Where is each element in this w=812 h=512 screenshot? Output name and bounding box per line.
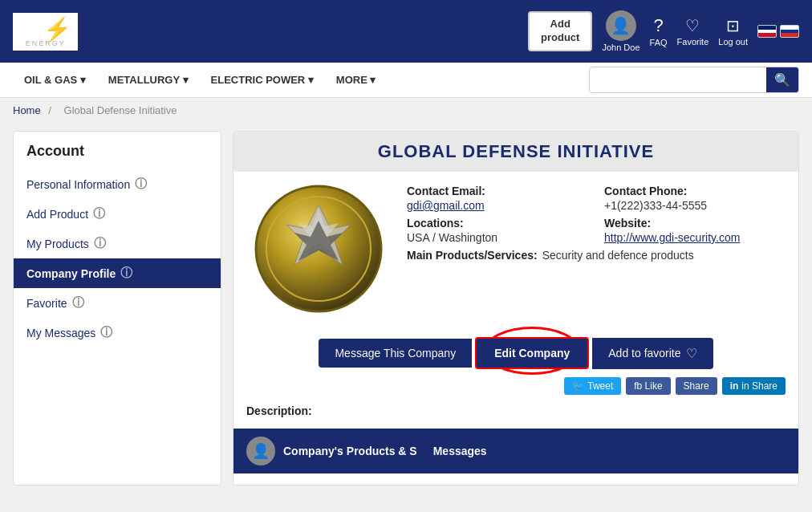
linkedin-share-label: in Share: [741, 380, 777, 392]
help-icon-add-product: ⓘ: [93, 206, 105, 221]
contact-phone-label: Contact Phone:: [604, 185, 786, 197]
question-icon: ?: [653, 15, 663, 36]
contact-phone-value: +1(222)333-44-5555: [604, 199, 786, 212]
company-body: Contact Email: gdi@gmail.com Contact Pho…: [233, 172, 798, 326]
breadcrumb-current: Global Defense Initiative: [64, 104, 177, 116]
uk-flag[interactable]: [757, 25, 777, 38]
website-block: Website: http://www.gdi-security.com: [604, 217, 786, 244]
add-to-favorite-button[interactable]: Add to favorite ♡: [592, 338, 713, 369]
sidebar: Account Personal Information ⓘ Add Produ…: [13, 131, 221, 486]
sidebar-my-messages-label: My Messages: [26, 327, 95, 339]
sidebar-item-add-product[interactable]: Add Product ⓘ: [14, 199, 221, 229]
contact-phone-block: Contact Phone: +1(222)333-44-5555: [604, 185, 786, 212]
header-actions: Add product 👤 John Doe ? FAQ ♡ Favorite …: [528, 10, 799, 52]
main-products-label: Main Products/Services:: [407, 249, 538, 262]
favorite-group[interactable]: ♡ Favorite: [677, 16, 709, 47]
main-products-block: Main Products/Services: Security and def…: [407, 249, 786, 262]
edit-button-wrapper: Edit Company: [472, 337, 592, 369]
user-profile-group[interactable]: 👤 John Doe: [602, 10, 639, 52]
logo-ama-text: AMA: [19, 22, 43, 35]
linkedin-icon: in: [730, 380, 739, 392]
ru-flag[interactable]: [780, 25, 799, 38]
description-label: Description:: [233, 398, 798, 417]
language-flags[interactable]: [757, 25, 799, 38]
sidebar-favorite-label: Favorite: [26, 297, 67, 310]
nav-oil-gas[interactable]: OIL & GAS ▾: [13, 64, 97, 95]
logo[interactable]: AMA ⚡ ENERGY: [13, 13, 78, 51]
company-logo-svg: [254, 185, 383, 313]
user-name: John Doe: [602, 43, 639, 52]
breadcrumb-separator: /: [48, 104, 51, 116]
linkedin-share-button[interactable]: in in Share: [722, 377, 786, 395]
faq-label: FAQ: [650, 38, 668, 47]
help-icon-my-messages: ⓘ: [100, 325, 112, 340]
company-title: GLOBAL DEFENSE INITIATIVE: [233, 132, 798, 172]
avatar: 👤: [606, 10, 636, 41]
website-value[interactable]: http://www.gdi-security.com: [604, 231, 786, 244]
logout-group[interactable]: ⊡ Log out: [718, 16, 748, 47]
nav-more[interactable]: MORE ▾: [325, 64, 388, 95]
sidebar-add-product-label: Add Product: [26, 208, 88, 221]
sidebar-personal-info-label: Personal Information: [26, 178, 130, 191]
sidebar-item-my-messages[interactable]: My Messages ⓘ: [14, 318, 221, 347]
search-button[interactable]: 🔍: [766, 67, 798, 92]
bottom-bar: 👤 Company's Products & S Messages: [233, 429, 798, 473]
help-icon-my-products: ⓘ: [94, 236, 106, 251]
locations-block: Locations: USA / Washington: [407, 217, 588, 244]
heart-icon: ♡: [686, 346, 697, 361]
bottom-avatar: 👤: [246, 437, 275, 465]
company-info: Contact Email: gdi@gmail.com Contact Pho…: [407, 185, 786, 313]
sidebar-company-profile-label: Company Profile: [26, 267, 116, 280]
social-share: 🐦 Tweet fb Like Share in in Share: [233, 374, 798, 398]
search-box: 🔍: [589, 67, 799, 93]
sidebar-item-company-profile[interactable]: Company Profile ⓘ: [14, 258, 221, 288]
fb-like-button[interactable]: fb Like: [626, 377, 670, 395]
twitter-icon: 🐦: [572, 380, 584, 392]
sidebar-my-products-label: My Products: [26, 238, 89, 250]
sidebar-item-personal-info[interactable]: Personal Information ⓘ: [14, 169, 221, 199]
bottom-company-products-label: Company's Products & S: [283, 445, 417, 457]
sidebar-item-favorite[interactable]: Favorite ⓘ: [14, 288, 221, 318]
favorite-button-label: Add to favorite: [608, 347, 680, 360]
company-content: GLOBAL DEFENSE INITIATIVE: [233, 131, 799, 486]
sidebar-item-my-products[interactable]: My Products ⓘ: [14, 229, 221, 258]
contact-email-value[interactable]: gdi@gmail.com: [407, 199, 588, 212]
logout-icon: ⊡: [726, 16, 740, 35]
breadcrumb: Home / Global Defense Initiative: [0, 98, 812, 123]
faq-group[interactable]: ? FAQ: [650, 15, 668, 47]
nav-metallurgy[interactable]: METALLURGY ▾: [97, 64, 200, 95]
fb-share-button[interactable]: Share: [676, 377, 717, 395]
locations-label: Locations:: [407, 217, 588, 230]
locations-value: USA / Washington: [407, 231, 588, 244]
main-layout: Account Personal Information ⓘ Add Produ…: [0, 123, 812, 494]
header: AMA ⚡ ENERGY Add product 👤 John Doe ? FA…: [0, 0, 812, 63]
tweet-label: Tweet: [587, 380, 613, 392]
tweet-button[interactable]: 🐦 Tweet: [564, 377, 621, 395]
contact-email-label: Contact Email:: [407, 185, 588, 197]
breadcrumb-home[interactable]: Home: [13, 104, 41, 116]
action-buttons: Message This Company Edit Company Add to…: [233, 326, 798, 374]
nav-electric-power[interactable]: ELECTRIC POWER ▾: [200, 64, 325, 95]
favorite-label: Favorite: [677, 37, 709, 47]
add-product-button[interactable]: Add product: [528, 11, 592, 51]
help-icon-company-profile: ⓘ: [120, 266, 132, 281]
bottom-messages-label: Messages: [433, 445, 487, 457]
contact-email-block: Contact Email: gdi@gmail.com: [407, 185, 588, 212]
heart-icon: ♡: [685, 16, 700, 35]
logout-label: Log out: [718, 37, 748, 47]
company-logo-area: [246, 185, 391, 313]
help-icon-personal: ⓘ: [135, 177, 147, 192]
main-products-value: Security and defence products: [542, 249, 694, 262]
help-icon-favorite: ⓘ: [72, 295, 84, 311]
navbar: OIL & GAS ▾ METALLURGY ▾ ELECTRIC POWER …: [0, 63, 812, 98]
sidebar-title: Account: [14, 143, 221, 169]
website-label: Website:: [604, 217, 786, 230]
edit-company-button[interactable]: Edit Company: [475, 337, 589, 369]
logo-energy-text: ENERGY: [26, 39, 66, 47]
message-company-button[interactable]: Message This Company: [319, 339, 472, 368]
search-input[interactable]: [590, 70, 766, 90]
